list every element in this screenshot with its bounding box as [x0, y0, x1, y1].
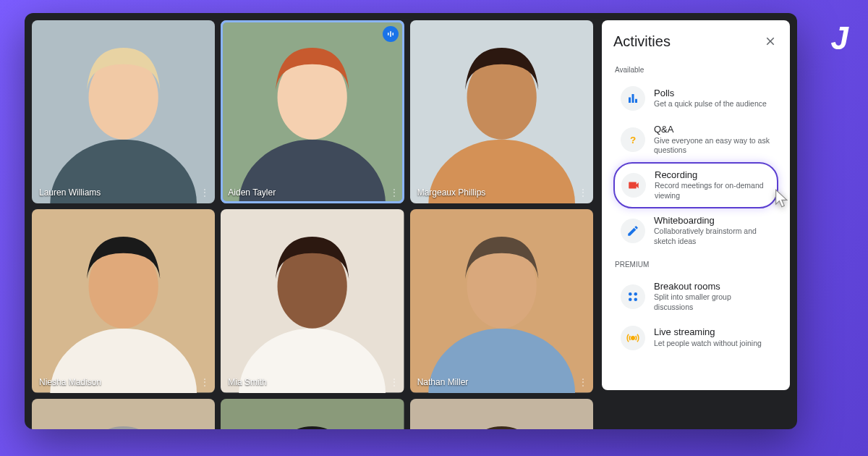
- tile-overflow-icon[interactable]: ⋮: [390, 377, 399, 387]
- svg-point-40: [634, 297, 638, 301]
- main-area: Lauren Williams ⋮ Aiden Tayler ⋮ Margeau…: [25, 13, 600, 429]
- activity-desc: Get a quick pulse of the audience: [654, 99, 771, 109]
- participant-tile[interactable]: Lauren Williams ⋮: [32, 20, 215, 203]
- livestream-icon: [621, 326, 645, 350]
- activity-title: Polls: [654, 88, 771, 99]
- participant-tile[interactable]: Aiden Tayler ⋮: [221, 20, 404, 203]
- close-panel-button[interactable]: [764, 35, 778, 49]
- activity-desc: Collaboratively brainstorm and sketch id…: [654, 227, 771, 246]
- whiteboard-icon: [621, 219, 645, 243]
- participant-name: Mia Smith: [228, 377, 266, 387]
- activity-text: Recording Record meetings for on-demand …: [655, 169, 770, 201]
- brand-logo: J: [831, 20, 846, 56]
- participant-name: Aiden Tayler: [228, 187, 276, 198]
- tile-overflow-icon[interactable]: ⋮: [200, 377, 209, 387]
- activities-panel: Activities Available Polls Get a quick p…: [602, 20, 790, 390]
- tile-overflow-icon[interactable]: ⋮: [579, 377, 587, 387]
- activity-title: Recording: [655, 169, 770, 181]
- svg-text:?: ?: [630, 134, 636, 145]
- tile-overflow-icon[interactable]: ⋮: [579, 187, 587, 198]
- participant-name: Nathan Miller: [417, 377, 469, 387]
- participant-video: [410, 399, 593, 429]
- svg-point-37: [629, 292, 632, 296]
- polls-icon: [621, 86, 645, 111]
- section-available-label: Available: [615, 66, 778, 74]
- svg-rect-27: [410, 399, 593, 429]
- svg-rect-6: [388, 33, 389, 35]
- activity-item-qa[interactable]: ? Q&A Give everyone an easy way to ask q…: [613, 117, 778, 162]
- participant-video: [221, 20, 404, 203]
- activity-item-polls[interactable]: Polls Get a quick pulse of the audience: [613, 80, 778, 117]
- participant-video: [32, 209, 215, 392]
- meeting-window: Lauren Williams ⋮ Aiden Tayler ⋮ Margeau…: [25, 13, 797, 429]
- activity-text: Q&A Give everyone an easy way to ask que…: [654, 124, 771, 156]
- qa-icon: ?: [621, 127, 645, 152]
- participant-video: [32, 20, 215, 203]
- svg-point-38: [634, 292, 638, 296]
- participant-video: [221, 399, 404, 429]
- record-icon: [621, 173, 646, 198]
- close-icon: [764, 35, 777, 48]
- activity-desc: Split into smaller group discussions: [654, 292, 771, 312]
- participant-tile[interactable]: You ⋮: [410, 399, 593, 429]
- activity-item-record[interactable]: Recording Record meetings for on-demand …: [613, 162, 778, 208]
- activity-item-whiteboard[interactable]: Whiteboarding Collaboratively brainstorm…: [613, 208, 778, 253]
- participant-video: [410, 209, 593, 392]
- activity-item-livestream[interactable]: Live streaming Let people watch without …: [613, 319, 778, 357]
- participant-name: Margeaux Phillips: [417, 187, 486, 198]
- participant-video: [32, 399, 215, 429]
- activity-title: Q&A: [654, 124, 771, 135]
- activity-desc: Let people watch without joining: [654, 339, 771, 349]
- activity-title: Live streaming: [654, 326, 771, 338]
- svg-rect-33: [629, 98, 631, 104]
- speaking-indicator: [383, 26, 399, 42]
- svg-rect-24: [221, 399, 404, 429]
- breakout-icon: [621, 284, 645, 309]
- participant-tile[interactable]: Nathan Miller ⋮: [410, 209, 593, 392]
- activity-text: Breakout rooms Split into smaller group …: [654, 281, 771, 313]
- activity-desc: Record meetings for on-demand viewing: [655, 181, 770, 200]
- tile-overflow-icon[interactable]: ⋮: [390, 187, 399, 198]
- panel-title: Activities: [613, 33, 671, 50]
- participant-name: Niesha Madison: [39, 377, 101, 387]
- participant-video: [410, 20, 593, 203]
- activity-item-breakout[interactable]: Breakout rooms Split into smaller group …: [613, 274, 778, 319]
- activity-text: Whiteboarding Collaboratively brainstorm…: [654, 215, 771, 247]
- participant-tile[interactable]: Margeaux Phillips ⋮: [410, 20, 593, 203]
- svg-rect-34: [632, 94, 634, 103]
- svg-rect-7: [390, 31, 391, 37]
- participant-tile[interactable]: Mia Smith ⋮: [221, 209, 404, 392]
- svg-point-41: [631, 336, 635, 339]
- svg-rect-21: [32, 399, 215, 429]
- activity-title: Whiteboarding: [654, 215, 771, 227]
- participant-tile[interactable]: Tarek Ayad ⋮: [221, 399, 404, 429]
- activity-text: Polls Get a quick pulse of the audience: [654, 88, 771, 109]
- participant-name: Lauren Williams: [39, 187, 101, 198]
- section-premium-label: PREMIUM: [615, 261, 778, 269]
- activity-desc: Give everyone an easy way to ask questio…: [654, 136, 771, 156]
- activity-title: Breakout rooms: [654, 281, 771, 292]
- participant-grid: Lauren Williams ⋮ Aiden Tayler ⋮ Margeau…: [32, 20, 593, 429]
- participant-tile[interactable]: Owen Johnson ⋮: [32, 399, 215, 429]
- participant-video: [221, 209, 404, 392]
- svg-rect-8: [392, 33, 393, 35]
- svg-point-39: [629, 297, 632, 301]
- participant-tile[interactable]: Niesha Madison ⋮: [32, 209, 215, 392]
- tile-overflow-icon[interactable]: ⋮: [200, 187, 209, 198]
- activity-text: Live streaming Let people watch without …: [654, 326, 771, 348]
- svg-rect-35: [635, 99, 637, 103]
